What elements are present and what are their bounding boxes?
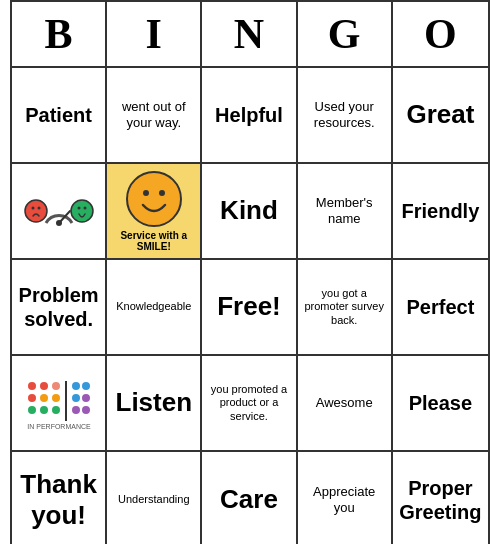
bingo-cell-r2c1[interactable]	[12, 164, 107, 260]
svg-point-7	[56, 220, 62, 226]
bingo-cell-r4c1[interactable]: IN PERFORMANCE	[12, 356, 107, 452]
cell-text-r1c5: Great	[406, 99, 474, 130]
header-letter-i: I	[107, 2, 202, 66]
svg-point-25	[72, 406, 80, 414]
cell-text-r1c4: Used your resources.	[304, 99, 385, 130]
bingo-cell-r2c3[interactable]: Kind	[202, 164, 297, 260]
svg-point-18	[40, 406, 48, 414]
svg-point-19	[52, 406, 60, 414]
cell-text-r2c5: Friendly	[401, 199, 479, 223]
bingo-cell-r1c5[interactable]: Great	[393, 68, 488, 164]
svg-point-23	[72, 394, 80, 402]
svg-point-24	[82, 394, 90, 402]
bingo-cell-r4c5[interactable]: Please	[393, 356, 488, 452]
cell-text-r1c1: Patient	[25, 103, 92, 127]
svg-point-10	[159, 190, 165, 196]
svg-point-1	[31, 207, 34, 210]
cell-text-r1c3: Helpful	[215, 103, 283, 127]
svg-point-2	[37, 207, 40, 210]
cell-text-r4c5: Please	[409, 391, 472, 415]
bingo-cell-r2c2[interactable]: Service with a SMILE!	[107, 164, 202, 260]
bingo-cell-r2c4[interactable]: Member's name	[298, 164, 393, 260]
svg-point-22	[82, 382, 90, 390]
cell-text-r4c3: you promoted a product or a service.	[208, 383, 289, 423]
cell-text-r3c5: Perfect	[406, 295, 474, 319]
header-letter-g: G	[298, 2, 393, 66]
svg-point-17	[28, 406, 36, 414]
cell-text-r2c3: Kind	[220, 195, 278, 226]
gauge-icon	[24, 181, 94, 241]
header-letter-n: N	[202, 2, 297, 66]
svg-point-14	[28, 394, 36, 402]
cell-text-r5c4: Appreciate you	[304, 484, 385, 515]
cell-text-r5c5: Proper Greeting	[399, 476, 482, 524]
cell-text-r2c4: Member's name	[304, 195, 385, 226]
bingo-cell-r5c4[interactable]: Appreciate you	[298, 452, 393, 544]
header-letter-o: O	[393, 2, 488, 66]
bingo-cell-r3c5[interactable]: Perfect	[393, 260, 488, 356]
bingo-cell-r4c3[interactable]: you promoted a product or a service.	[202, 356, 297, 452]
svg-point-3	[71, 200, 93, 222]
smiley-icon	[125, 170, 183, 228]
bingo-cell-r3c1[interactable]: Problem solved.	[12, 260, 107, 356]
cell-text-r5c2: Understanding	[118, 493, 190, 506]
svg-point-21	[72, 382, 80, 390]
svg-point-11	[28, 382, 36, 390]
svg-point-4	[77, 207, 80, 210]
bingo-cell-r1c3[interactable]: Helpful	[202, 68, 297, 164]
svg-point-9	[143, 190, 149, 196]
bingo-cell-r1c2[interactable]: went out of your way.	[107, 68, 202, 164]
bingo-cell-r5c1[interactable]: Thank you!	[12, 452, 107, 544]
bingo-cell-r5c2[interactable]: Understanding	[107, 452, 202, 544]
bingo-header: BINGO	[12, 2, 488, 68]
cell-text-r3c4: you got a promoter survey back.	[304, 287, 385, 327]
bingo-cell-r1c1[interactable]: Patient	[12, 68, 107, 164]
bingo-cell-r1c4[interactable]: Used your resources.	[298, 68, 393, 164]
bingo-cell-r3c4[interactable]: you got a promoter survey back.	[298, 260, 393, 356]
bingo-grid: Patientwent out of your way.HelpfulUsed …	[12, 68, 488, 544]
svg-point-16	[52, 394, 60, 402]
cell-text-r3c2: Knowledgeable	[116, 300, 191, 313]
svg-point-8	[127, 172, 181, 226]
svg-point-0	[25, 200, 47, 222]
bingo-cell-r5c3[interactable]: Care	[202, 452, 297, 544]
svg-text:IN PERFORMANCE: IN PERFORMANCE	[27, 423, 91, 430]
header-letter-b: B	[12, 2, 107, 66]
cell-text-r3c3: Free!	[217, 291, 281, 322]
svg-point-26	[82, 406, 90, 414]
cell-text-r5c1: Thank you!	[18, 469, 99, 531]
bingo-cell-r3c2[interactable]: Knowledgeable	[107, 260, 202, 356]
bingo-cell-r2c5[interactable]: Friendly	[393, 164, 488, 260]
cell-text-r5c3: Care	[220, 484, 278, 515]
bingo-card: BINGO Patientwent out of your way.Helpfu…	[10, 0, 490, 544]
cell-text-r3c1: Problem solved.	[18, 283, 99, 331]
svg-point-15	[40, 394, 48, 402]
bingo-cell-r4c4[interactable]: Awesome	[298, 356, 393, 452]
cell-text-r4c2: Listen	[116, 387, 193, 418]
dots-icon: IN PERFORMANCE	[24, 376, 94, 431]
svg-point-5	[83, 207, 86, 210]
svg-point-12	[40, 382, 48, 390]
bingo-cell-r5c5[interactable]: Proper Greeting	[393, 452, 488, 544]
smiley-label: Service with a SMILE!	[113, 230, 194, 252]
svg-point-13	[52, 382, 60, 390]
bingo-cell-r3c3[interactable]: Free!	[202, 260, 297, 356]
cell-text-r1c2: went out of your way.	[113, 99, 194, 130]
bingo-cell-r4c2[interactable]: Listen	[107, 356, 202, 452]
cell-text-r4c4: Awesome	[316, 395, 373, 411]
